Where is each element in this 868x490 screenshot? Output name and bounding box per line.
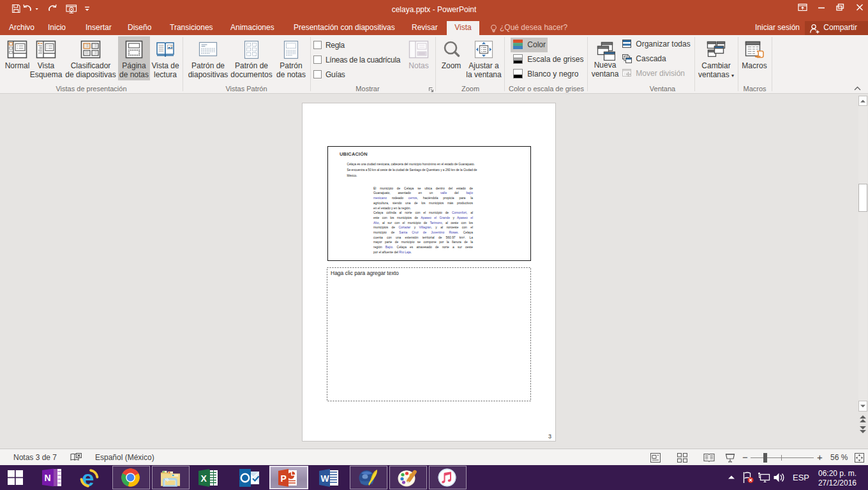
svg-text:N: N	[45, 473, 51, 483]
svg-text:P: P	[281, 473, 287, 484]
svg-text:W: W	[321, 473, 330, 484]
svg-text:X: X	[201, 473, 207, 484]
